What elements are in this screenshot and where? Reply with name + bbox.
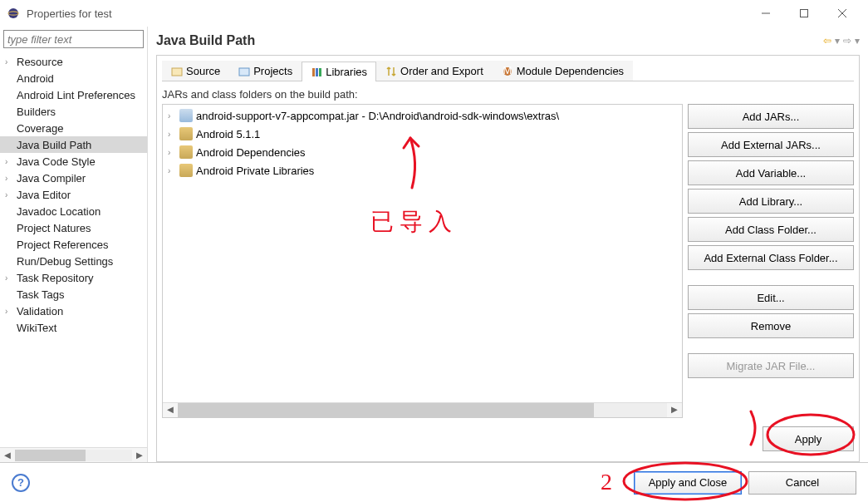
tree-item-label: Coverage (17, 122, 63, 135)
jar-icon (179, 109, 193, 122)
scroll-right-icon[interactable]: ► (667, 403, 682, 417)
tree-item-label: Task Tags (17, 288, 65, 301)
scroll-right-icon[interactable]: ► (132, 449, 147, 461)
tree-item[interactable]: Android (0, 70, 147, 86)
tab-projects[interactable]: Projects (229, 61, 302, 81)
tree-horizontal-scrollbar[interactable]: ◄ ► (0, 447, 147, 462)
libraries-icon (311, 66, 322, 78)
tree-item[interactable]: Coverage (0, 120, 147, 136)
page-title: Java Build Path (156, 33, 823, 48)
order-icon (385, 66, 397, 77)
library-item[interactable]: ›android-support-v7-appcompat.jar - D:\A… (164, 106, 680, 125)
tree-item[interactable]: Project References (0, 236, 147, 253)
library-item-label: Android 5.1.1 (196, 128, 260, 140)
add-variable-button[interactable]: Add Variable... (688, 160, 854, 185)
eclipse-icon (7, 7, 20, 20)
tree-item-label: Resource (17, 56, 63, 68)
cancel-button[interactable]: Cancel (748, 471, 856, 495)
scroll-left-icon[interactable]: ◄ (0, 449, 15, 461)
tab-order-export[interactable]: Order and Export (376, 61, 493, 81)
tab-source[interactable]: Source (162, 61, 229, 81)
apply-button[interactable]: Apply (763, 426, 854, 451)
tree-item[interactable]: WikiText (0, 319, 147, 336)
svg-text:M: M (503, 66, 512, 76)
window-controls (747, 0, 861, 27)
tab-label: Libraries (326, 66, 367, 78)
tree-item-label: Java Compiler (17, 172, 86, 185)
scroll-thumb[interactable] (15, 450, 86, 461)
library-item-label: android-support-v7-appcompat.jar - D:\An… (196, 110, 559, 122)
maximize-button[interactable] (785, 0, 823, 27)
back-icon[interactable]: ⇦ (823, 35, 831, 47)
tree-item-label: Java Editor (17, 189, 71, 201)
scroll-left-icon[interactable]: ◄ (163, 403, 178, 417)
tree-item-label: WikiText (17, 322, 56, 334)
remove-button[interactable]: Remove (688, 313, 854, 338)
window-title: Properties for test (27, 7, 747, 20)
tree-item[interactable]: ›Task Repository (0, 269, 147, 286)
add-external-jars-button[interactable]: Add External JARs... (688, 132, 854, 157)
svg-rect-6 (172, 68, 182, 76)
chevron-right-icon: › (168, 130, 179, 139)
tree-item[interactable]: Project Natures (0, 219, 147, 236)
svg-rect-8 (312, 68, 315, 76)
tree-item[interactable]: Android Lint Preferences (0, 86, 147, 103)
chevron-right-icon: › (168, 111, 179, 121)
tree-item[interactable]: ›Resource (0, 53, 147, 70)
forward-menu-icon[interactable]: ▾ (855, 35, 860, 47)
migrate-jar-button: Migrate JAR File... (688, 353, 854, 378)
apply-and-close-button[interactable]: Apply and Close (634, 471, 742, 495)
tree-item[interactable]: Builders (0, 103, 147, 120)
tree-item-label: Java Code Style (17, 155, 96, 168)
library-item[interactable]: ›Android Private Libraries (164, 161, 680, 180)
forward-icon[interactable]: ⇨ (843, 35, 851, 47)
library-icon (179, 145, 193, 159)
tree-item[interactable]: ›Java Editor (0, 186, 147, 203)
tree-item[interactable]: ›Validation (0, 303, 147, 319)
tree-item-label: Builders (17, 106, 56, 118)
tree-item[interactable]: ›Java Compiler (0, 170, 147, 186)
add-external-class-folder-button[interactable]: Add External Class Folder... (688, 245, 854, 270)
svg-rect-3 (801, 10, 808, 17)
tab-bar: Source Projects Libraries Order and Expo… (162, 61, 854, 81)
tab-libraries[interactable]: Libraries (302, 62, 376, 81)
libraries-horizontal-scrollbar[interactable]: ◄ ► (163, 402, 682, 417)
tree-item-label: Run/Debug Settings (17, 255, 113, 268)
tree-item-label: Project Natures (17, 222, 91, 234)
tree-item[interactable]: Run/Debug Settings (0, 253, 147, 269)
close-button[interactable] (823, 0, 861, 27)
libraries-list[interactable]: ›android-support-v7-appcompat.jar - D:\A… (162, 104, 683, 418)
tab-label: Module Dependencies (517, 65, 624, 77)
edit-button[interactable]: Edit... (688, 285, 854, 310)
projects-icon (238, 66, 250, 77)
minimize-button[interactable] (747, 0, 785, 27)
add-jars-button[interactable]: Add JARs... (688, 104, 854, 129)
category-tree[interactable]: ›ResourceAndroidAndroid Lint Preferences… (0, 52, 147, 447)
tree-item[interactable]: ›Java Code Style (0, 153, 147, 170)
tree-item-label: Android (17, 72, 54, 85)
libraries-subtitle: JARs and class folders on the build path… (162, 88, 854, 101)
library-icon (179, 127, 193, 140)
filter-input[interactable] (3, 30, 144, 48)
tab-label: Order and Export (400, 65, 483, 77)
library-item[interactable]: ›Android Dependencies (164, 143, 680, 161)
back-menu-icon[interactable]: ▾ (835, 35, 840, 47)
chevron-right-icon: › (168, 148, 179, 157)
tree-item-label: Android Lint Preferences (17, 89, 135, 101)
scroll-thumb[interactable] (178, 403, 594, 417)
add-library-button[interactable]: Add Library... (688, 189, 854, 214)
tree-item[interactable]: Javadoc Location (0, 203, 147, 219)
tree-item[interactable]: Java Build Path (0, 136, 147, 153)
svg-rect-10 (319, 68, 321, 76)
svg-rect-7 (239, 68, 249, 76)
chevron-right-icon: › (5, 190, 17, 199)
chevron-right-icon: › (5, 157, 17, 166)
library-item-label: Android Private Libraries (196, 165, 314, 177)
tab-label: Projects (253, 65, 292, 77)
tab-module-deps[interactable]: M Module Dependencies (493, 61, 633, 81)
help-icon[interactable]: ? (12, 474, 30, 492)
tree-item[interactable]: Task Tags (0, 286, 147, 303)
add-class-folder-button[interactable]: Add Class Folder... (688, 217, 854, 242)
library-item[interactable]: ›Android 5.1.1 (164, 125, 680, 143)
module-icon: M (502, 66, 513, 77)
